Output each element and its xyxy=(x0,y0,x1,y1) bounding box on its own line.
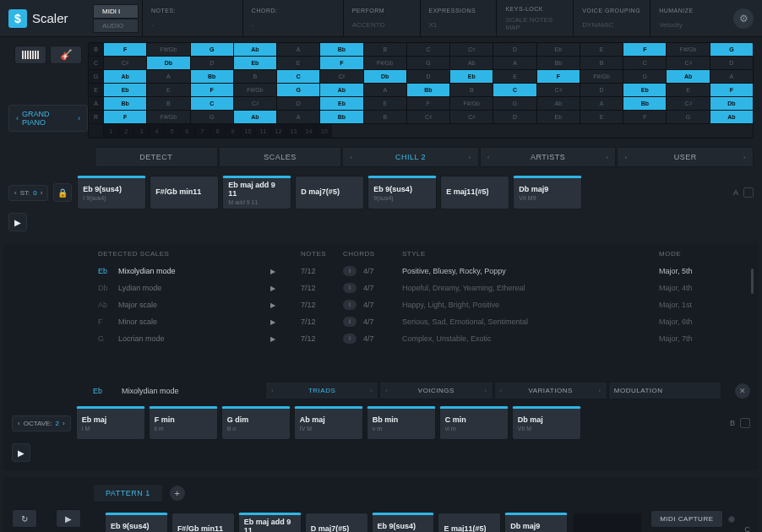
grid-cell[interactable]: C xyxy=(407,43,450,56)
section-toggle-a[interactable] xyxy=(743,187,754,198)
tab-audio[interactable]: AUDIO xyxy=(93,19,139,33)
chord-pad[interactable]: Db maj9VII M9 xyxy=(504,513,568,532)
grid-cell[interactable]: Bb xyxy=(104,97,147,110)
grid-cell[interactable]: E xyxy=(580,111,623,123)
chord-pad[interactable]: Eb 9(sus4)9(sus4) xyxy=(372,513,435,532)
play-scale-icon[interactable]: ▶ xyxy=(270,301,301,309)
grid-cell[interactable]: Eb xyxy=(104,84,147,96)
instrument-selector[interactable]: ‹ GRAND PIANO › xyxy=(8,105,88,132)
chord-pad[interactable]: E maj11(#5) xyxy=(440,176,509,209)
grid-cell[interactable]: D xyxy=(580,84,623,96)
grid-cell[interactable]: A xyxy=(710,70,753,83)
header-cell[interactable]: CHORD:- xyxy=(242,0,343,36)
grid-cell[interactable]: Ab xyxy=(537,97,580,110)
grid-cell[interactable]: D xyxy=(493,43,536,56)
chevron-left-icon[interactable]: ‹ xyxy=(350,154,352,161)
chord-pad[interactable]: D maj7(#5) xyxy=(295,176,364,209)
main-tab[interactable]: ‹ARTISTS› xyxy=(480,147,617,167)
chevron-left-icon[interactable]: ‹ xyxy=(271,387,274,394)
scale-row[interactable]: F Minor scale ▶ 7/12 i 4/7 Serious, Sad,… xyxy=(3,313,759,330)
keyboard-icon[interactable] xyxy=(14,46,46,64)
chord-pad[interactable]: F minii m xyxy=(149,406,218,440)
chord-pad[interactable]: C minvi m xyxy=(439,406,509,440)
grid-cell[interactable]: A xyxy=(580,97,623,110)
octave-control[interactable]: ‹OCTAVE: 2› xyxy=(12,415,71,432)
grid-cell[interactable]: C xyxy=(623,57,667,69)
grid-cell[interactable]: F xyxy=(104,43,147,56)
grid-cell[interactable]: G xyxy=(667,111,710,123)
mid-tab[interactable]: MODULATION xyxy=(608,382,721,399)
lock-icon[interactable]: 🔒 xyxy=(53,183,72,202)
grid-cell[interactable]: C xyxy=(277,70,320,83)
settings-icon[interactable]: ⚙ xyxy=(733,8,754,29)
st-control[interactable]: ‹ST: 0› xyxy=(8,185,48,201)
main-tab[interactable]: ‹USER› xyxy=(617,147,754,167)
grid-cell[interactable]: F#/Gb xyxy=(580,70,623,83)
play-icon[interactable]: ▶ xyxy=(8,213,27,231)
info-icon[interactable]: i xyxy=(343,283,357,293)
grid-cell[interactable]: D xyxy=(277,97,320,110)
chord-pad[interactable]: Ab majIV M xyxy=(294,406,363,440)
grid-cell[interactable]: B xyxy=(364,43,407,56)
chord-pad[interactable]: F#/Gb min11 xyxy=(171,513,235,532)
chevron-left-icon[interactable]: ‹ xyxy=(487,154,490,161)
grid-cell[interactable]: E xyxy=(277,57,320,69)
grid-cell[interactable]: D xyxy=(493,111,536,123)
grid-cell[interactable]: C♯ xyxy=(667,97,710,110)
grid-cell[interactable]: C♯ xyxy=(104,57,147,69)
chord-pad[interactable]: G dimiii o xyxy=(221,406,291,440)
info-icon[interactable]: i xyxy=(343,266,357,276)
chevron-left-icon[interactable]: ‹ xyxy=(385,387,388,394)
grid-cell[interactable]: G xyxy=(191,43,234,56)
grid-cell[interactable]: E xyxy=(493,70,536,83)
play-scale-icon[interactable]: ▶ xyxy=(270,285,301,292)
chevron-left-icon[interactable]: ‹ xyxy=(624,154,627,161)
play-icon[interactable]: ▶ xyxy=(12,443,30,462)
grid-cell[interactable]: Eb xyxy=(537,43,580,56)
play-icon[interactable]: ▶ xyxy=(56,509,81,528)
chord-pad[interactable]: Eb majI M xyxy=(76,406,145,440)
scale-row[interactable]: Ab Major scale ▶ 7/12 i 4/7 Happy, Light… xyxy=(3,296,759,313)
grid-cell[interactable]: Ab xyxy=(667,70,710,83)
grid-cell[interactable]: F xyxy=(407,97,450,110)
grid-cell[interactable]: E xyxy=(364,97,407,110)
chord-pad[interactable]: D maj7(#5) xyxy=(305,513,368,532)
grid-cell[interactable]: F xyxy=(710,84,753,96)
play-scale-icon[interactable]: ▶ xyxy=(270,335,301,343)
chevron-right-icon[interactable]: › xyxy=(599,387,601,394)
header-cell[interactable]: VOICE GROUPINGDYNAMIC xyxy=(573,0,650,36)
mid-tab[interactable]: ‹VOICINGS› xyxy=(379,382,493,399)
grid-cell[interactable]: C♯ xyxy=(234,97,277,110)
chevron-right-icon[interactable]: › xyxy=(743,154,746,161)
grid-cell[interactable]: A xyxy=(147,70,190,83)
grid-cell[interactable]: Ab xyxy=(710,111,753,123)
grid-cell[interactable]: D xyxy=(710,57,753,69)
grid-cell[interactable]: F xyxy=(104,111,147,123)
tab-midi[interactable]: MIDI I xyxy=(93,4,139,19)
grid-cell[interactable]: A xyxy=(277,111,320,123)
chord-pad[interactable]: Bb minv m xyxy=(367,406,436,440)
grid-cell[interactable]: Bb xyxy=(320,43,363,56)
grid-cell[interactable]: F#/Gb xyxy=(364,57,407,69)
chevron-right-icon[interactable]: › xyxy=(469,154,471,161)
chevron-right-icon[interactable]: › xyxy=(606,154,608,161)
grid-cell[interactable]: Ab xyxy=(104,70,147,83)
grid-cell[interactable]: F xyxy=(623,111,667,123)
chord-pad[interactable]: F#/Gb min11 xyxy=(150,176,219,209)
grid-cell[interactable]: Bb xyxy=(191,70,234,83)
scale-row[interactable]: G Locrian mode ▶ 7/12 i 4/7 Complex, Uns… xyxy=(3,330,759,347)
chord-pad[interactable]: Eb 9(sus4)I 9(sus4) xyxy=(77,176,146,209)
info-icon[interactable]: i xyxy=(343,300,357,310)
grid-cell[interactable]: E xyxy=(667,84,710,96)
header-cell[interactable]: KEYS-LOCKSCALE NOTES MAP xyxy=(496,0,573,36)
header-cell[interactable]: PERFORMACCENTO xyxy=(343,0,420,36)
grid-cell[interactable]: F#/Gb xyxy=(147,43,190,56)
grid-cell[interactable]: Bb xyxy=(537,57,580,69)
grid-cell[interactable]: Ab xyxy=(234,43,277,56)
chord-pad[interactable]: Eb maj add 9 11M add 9 11 xyxy=(238,513,302,532)
grid-cell[interactable]: Eb xyxy=(623,84,667,96)
grid-cell[interactable]: F xyxy=(623,43,667,56)
play-scale-icon[interactable]: ▶ xyxy=(270,318,301,326)
grid-cell[interactable]: C♯ xyxy=(407,111,450,123)
grid-cell[interactable]: B xyxy=(580,57,623,69)
